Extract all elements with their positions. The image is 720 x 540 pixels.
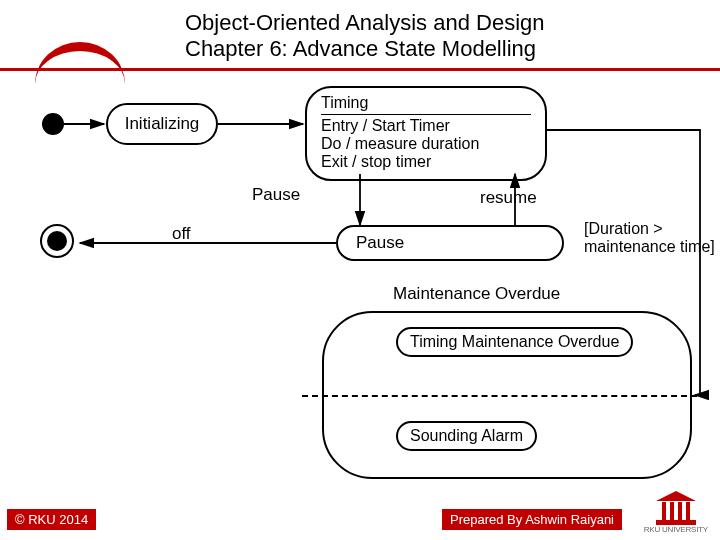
final-state-icon — [40, 224, 74, 258]
state-timing: Timing Entry / Start Timer Do / measure … — [305, 86, 547, 181]
university-logo: RKU UNIVERSITY — [644, 491, 708, 534]
page-title: Object-Oriented Analysis and Design Chap… — [185, 10, 545, 62]
region-divider — [302, 395, 707, 397]
substate-timing-overdue: Timing Maintenance Overdue — [396, 327, 633, 357]
timing-do: Do / measure duration — [321, 135, 531, 153]
transition-off: off — [172, 224, 191, 244]
title-line2: Chapter 6: Advance State Modelling — [185, 36, 545, 62]
transition-guard: [Duration > maintenance time] — [584, 220, 720, 257]
transition-pause-top: Pause — [252, 185, 300, 205]
final-state-inner — [47, 231, 67, 251]
state-pause-label: Pause — [356, 233, 404, 253]
footer-author: Prepared By Ashwin Raiyani — [442, 509, 622, 530]
header-arc-icon — [35, 42, 125, 102]
timing-title: Timing — [321, 94, 531, 115]
state-initializing-label: Initializing — [125, 114, 200, 134]
initial-state-dot — [42, 113, 64, 135]
footer-copyright: © RKU 2014 — [7, 509, 96, 530]
title-line1: Object-Oriented Analysis and Design — [185, 10, 545, 36]
transition-resume: resume — [480, 188, 537, 208]
logo-text: RKU UNIVERSITY — [644, 525, 708, 534]
composite-label: Maintenance Overdue — [393, 284, 560, 304]
substate-sounding-alarm: Sounding Alarm — [396, 421, 537, 451]
state-pause: Pause — [336, 225, 564, 261]
state-initializing: Initializing — [106, 103, 218, 145]
timing-exit: Exit / stop timer — [321, 153, 531, 171]
timing-entry: Entry / Start Timer — [321, 117, 531, 135]
